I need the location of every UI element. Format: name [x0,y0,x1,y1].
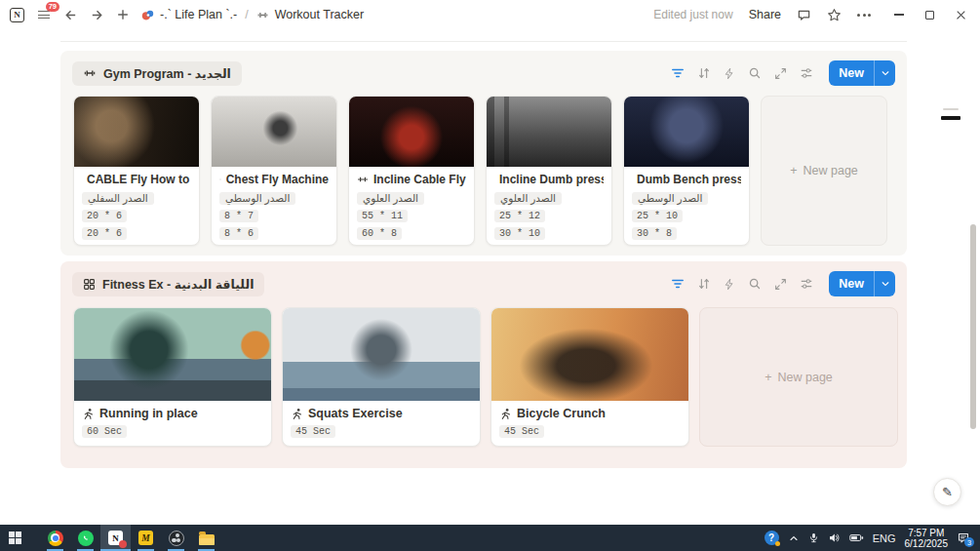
expand-icon [774,278,787,291]
pen-tool-icon: ✎ [942,485,953,499]
window-close-button[interactable] [956,10,966,20]
window-maximize-button[interactable] [925,11,934,20]
taskbar-yellow-app[interactable]: M [131,525,161,551]
duration-value: 45 Sec [499,425,544,438]
breadcrumb-separator: / [245,8,248,21]
taskbar-obs[interactable] [161,525,191,551]
exercise-card[interactable]: Squats Exercise 45 Sec [282,307,481,447]
taskbar-file-explorer[interactable] [191,525,221,551]
notification-count-badge: 3 [964,537,974,547]
tray-microphone[interactable] [808,531,819,544]
filter-button[interactable] [671,66,685,80]
set-value: 20 * 6 [82,227,127,240]
tab-fitness-ex[interactable]: Fitness Ex - اللياقة البدنية [72,272,264,296]
tray-language[interactable]: ENG [873,532,896,544]
card-cover-image [487,97,611,167]
notion-app-icon: N [10,8,24,22]
muscle-tag: الصدر الوسطي [632,192,708,205]
card-title: Squats Exercise [308,407,403,420]
runner-icon [291,408,303,420]
share-button[interactable]: Share [749,8,781,21]
windows-taskbar: N M ? ENG 7:57 PM 6/12/2025 3 [0,525,980,551]
forward-button[interactable] [90,8,104,22]
exercise-card[interactable]: Chest Fly Machine الصدر الوسطي 8 * 7 8 *… [211,96,337,246]
filter-button[interactable] [671,277,685,291]
sidebar-toggle-button[interactable]: 79 [36,7,52,22]
tray-volume[interactable] [828,531,841,544]
back-button[interactable] [63,8,78,22]
new-button-label[interactable]: New [829,66,874,80]
breadcrumb-parent[interactable]: -.` Life Plan `.- [160,8,237,21]
muscle-tag: الصدر العلوي [494,192,562,205]
tab-gym-program[interactable]: Gym Program - الجديد [72,61,242,86]
view-settings-button[interactable] [800,66,813,80]
forward-arrow-icon [90,8,104,22]
taskbar-chrome[interactable] [40,525,70,551]
new-split-button[interactable]: New [829,271,895,296]
microphone-icon [808,531,819,544]
pen-tool-button[interactable]: ✎ [933,478,961,506]
favorite-button[interactable] [827,8,842,22]
expand-icon [774,67,787,80]
more-options-button[interactable] [857,14,871,17]
clock-date: 6/12/2025 [905,538,949,549]
exercise-card[interactable]: Bicycle Crunch 45 Sec [490,307,689,447]
notification-dot [119,540,127,548]
card-title: Bicycle Crunch [517,407,606,420]
new-dropdown-button[interactable] [875,68,895,78]
exercise-card[interactable]: Incline Dumb press الصدر العلوي 25 * 12 … [486,96,612,246]
new-dropdown-button[interactable] [875,279,895,289]
card-cover-image [491,308,688,401]
tray-help-app[interactable]: ? [764,531,779,545]
taskbar-whatsapp[interactable] [70,525,100,551]
tray-battery[interactable] [849,532,864,543]
speaker-icon [828,531,841,544]
card-cover-image [624,97,749,167]
window-minimize-button[interactable] [894,14,904,15]
taskbar-notion-active[interactable]: N [100,525,131,551]
new-button-label[interactable]: New [829,277,874,291]
card-cover-image [74,97,199,167]
set-value: 55 * 11 [357,210,408,222]
new-split-button[interactable]: New [829,60,895,86]
vertical-scrollbar[interactable] [970,224,976,429]
automation-button[interactable] [724,278,735,291]
expand-button[interactable] [774,278,787,291]
tray-expand-button[interactable] [788,532,800,544]
lightning-icon [724,278,735,291]
lightning-icon [724,67,735,80]
sort-button[interactable] [697,277,711,291]
exercise-card[interactable]: Dumb Bench press الصدر الوسطي 25 * 10 30… [623,96,750,246]
sort-button[interactable] [697,66,711,80]
set-value: 8 * 6 [219,227,258,240]
new-page-button[interactable]: + New page [761,96,887,246]
tray-clock[interactable]: 7:57 PM 6/12/2025 [905,528,949,549]
gallery-view-icon [83,278,96,291]
automation-button[interactable] [724,67,735,80]
new-page-button[interactable]: + New page [699,307,898,447]
new-tab-button[interactable] [116,8,130,21]
notion-taskbar-icon: N [108,531,123,545]
card-cover-image [283,308,480,401]
new-page-label: New page [778,371,833,384]
notification-badge: 79 [46,2,59,12]
exercise-card[interactable]: CABLE Fly How to low الصدر السفلي 20 * 6… [73,96,200,246]
tray-action-center[interactable]: 3 [957,531,970,544]
windows-logo-icon [9,531,22,545]
start-button[interactable] [0,525,30,551]
view-settings-button[interactable] [800,277,813,291]
search-icon [748,66,762,80]
chrome-icon [48,531,63,546]
runner-icon [82,408,95,420]
expand-button[interactable] [774,67,787,80]
dumbbell-icon [83,66,97,80]
search-button[interactable] [748,277,762,291]
comments-button[interactable] [797,8,811,22]
breadcrumb-current[interactable]: Workout Tracker [275,8,364,21]
breadcrumb: -.` Life Plan `.- / Workout Tracker [141,8,364,21]
filter-icon [671,66,685,80]
set-value: 25 * 10 [632,210,683,222]
search-button[interactable] [748,66,762,80]
exercise-card[interactable]: Running in place 60 Sec [73,307,272,447]
exercise-card[interactable]: Incline Cable Fly الصدر العلوي 55 * 11 6… [348,96,475,246]
